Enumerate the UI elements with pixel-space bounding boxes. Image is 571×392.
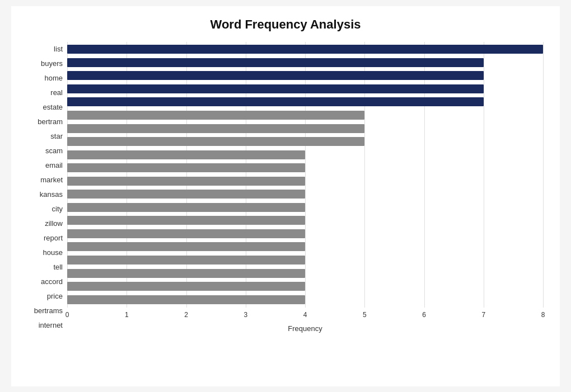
bar-row [67, 228, 543, 240]
x-tick: 2 [184, 311, 188, 319]
x-axis: 012345678 [67, 311, 543, 322]
bar [67, 242, 305, 251]
y-label: kansas [40, 188, 63, 201]
y-label: home [44, 72, 63, 84]
bar [67, 124, 364, 133]
x-tick: 7 [481, 311, 485, 319]
y-axis: listbuyershomerealestatebertramstarscame… [28, 42, 67, 333]
y-label: report [44, 232, 63, 244]
bar-row [67, 96, 543, 108]
bar [67, 150, 305, 159]
bar-row [67, 214, 543, 226]
y-label: estate [43, 101, 63, 114]
bar [67, 111, 364, 120]
bar-row [67, 43, 543, 55]
grid-and-bars [67, 42, 543, 308]
x-tick: 3 [244, 311, 247, 319]
bar [67, 45, 543, 54]
y-label: accord [41, 276, 63, 288]
x-tick: 5 [363, 311, 367, 319]
bar [67, 97, 484, 106]
bar-row [67, 294, 543, 306]
x-tick: 8 [541, 311, 545, 319]
y-label: internet [39, 319, 63, 332]
bar [67, 58, 484, 67]
bar-row [67, 109, 543, 121]
y-label: tell [53, 261, 63, 273]
bar-row [67, 267, 543, 280]
y-label: zillow [45, 218, 63, 230]
bar [67, 295, 305, 304]
bar-row [67, 240, 543, 253]
bar-row [67, 83, 543, 95]
bar [67, 229, 305, 238]
bar [67, 216, 305, 225]
bars-and-grid: 012345678 Frequency [67, 42, 543, 333]
bar-row [67, 201, 543, 214]
y-label: market [40, 174, 63, 186]
y-label: house [43, 247, 63, 259]
x-tick: 6 [422, 311, 426, 319]
x-axis-label: Frequency [67, 324, 543, 333]
bar [67, 137, 364, 146]
bar-row [67, 188, 543, 200]
bar [67, 256, 305, 265]
chart-area: listbuyershomerealestatebertramstarscame… [28, 42, 543, 333]
y-label: city [52, 203, 63, 215]
bar-row [67, 162, 543, 174]
x-tick: 4 [303, 311, 307, 319]
chart-container: Word Frequency Analysis listbuyershomere… [11, 6, 560, 386]
x-tick: 1 [125, 311, 129, 319]
y-label: email [45, 159, 63, 172]
bar [67, 203, 305, 212]
x-tick: 0 [65, 311, 69, 319]
y-label: buyers [41, 58, 63, 70]
bar [67, 163, 305, 172]
bar-row [67, 175, 543, 187]
bar [67, 84, 484, 93]
bar-row [67, 56, 543, 69]
x-axis-container: 012345678 Frequency [67, 308, 543, 333]
bar [67, 177, 305, 186]
bar-row [67, 135, 543, 148]
bar [67, 269, 305, 278]
y-label: scam [45, 145, 63, 157]
bar-row [67, 122, 543, 135]
bar-row [67, 69, 543, 82]
bars-wrapper [67, 42, 543, 308]
bar [67, 71, 484, 80]
bar-row [67, 254, 543, 266]
chart-title: Word Frequency Analysis [28, 17, 543, 32]
y-label: star [50, 130, 63, 143]
y-label: bertrams [34, 305, 63, 317]
bar-row [67, 149, 543, 161]
y-label: list [54, 43, 63, 55]
bar [67, 282, 305, 291]
y-label: real [50, 87, 63, 99]
y-label: bertram [38, 116, 63, 128]
bar [67, 190, 305, 199]
bar-row [67, 280, 543, 292]
y-label: price [47, 290, 63, 303]
